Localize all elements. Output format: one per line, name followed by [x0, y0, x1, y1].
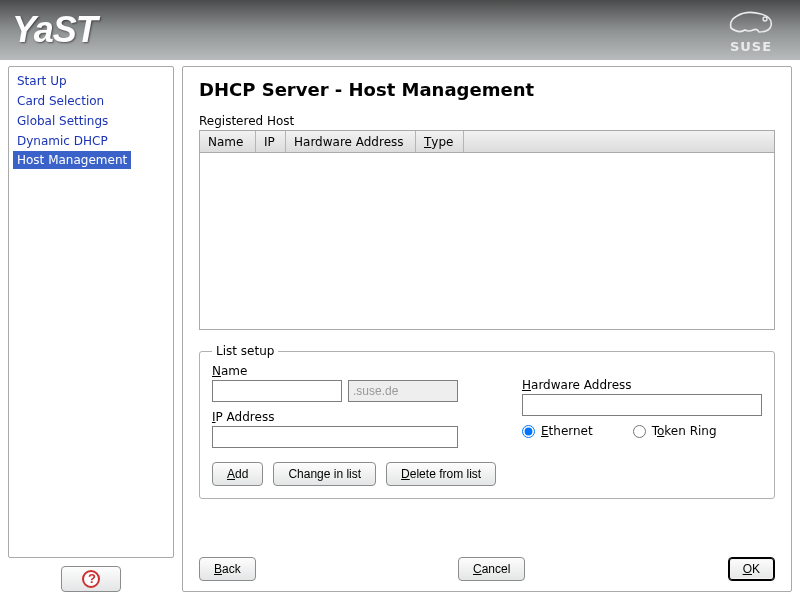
back-button[interactable]: Back	[199, 557, 256, 581]
delete-from-list-button[interactable]: Delete from list	[386, 462, 496, 486]
table-header: Name IP Hardware Address Type	[200, 131, 774, 153]
radio-ethernet[interactable]: Ethernet	[522, 424, 593, 438]
registered-host-label: Registered Host	[199, 114, 775, 128]
sidebar-item-startup[interactable]: Start Up	[9, 71, 173, 91]
radio-token-ring[interactable]: Token Ring	[633, 424, 717, 438]
help-button[interactable]	[61, 566, 121, 592]
list-setup-group: List setup Name IP Address Hardware Addr…	[199, 344, 775, 499]
page-title: DHCP Server - Host Management	[199, 79, 775, 100]
header-banner: YaST SUSE	[0, 0, 800, 60]
help-icon	[82, 570, 100, 588]
name-field[interactable]	[212, 380, 342, 402]
change-in-list-button[interactable]: Change in list	[273, 462, 376, 486]
cancel-button[interactable]: Cancel	[458, 557, 525, 581]
ok-button[interactable]: OK	[728, 557, 775, 581]
svg-point-0	[763, 17, 767, 21]
hardware-address-field[interactable]	[522, 394, 762, 416]
col-spacer	[464, 131, 774, 152]
sidebar-item-host-management[interactable]: Host Management	[13, 151, 131, 169]
yast-logo: YaST	[12, 9, 97, 51]
sidebar-item-global-settings[interactable]: Global Settings	[9, 111, 173, 131]
sidebar-item-card-selection[interactable]: Card Selection	[9, 91, 173, 111]
ip-address-label: IP Address	[212, 410, 492, 424]
name-label: Name	[212, 364, 492, 378]
hardware-address-label: Hardware Address	[522, 378, 762, 392]
registered-host-table[interactable]: Name IP Hardware Address Type	[199, 130, 775, 330]
gecko-icon	[727, 8, 775, 38]
col-ip[interactable]: IP	[256, 131, 286, 152]
col-type[interactable]: Type	[416, 131, 464, 152]
wizard-steps-sidebar: Start Up Card Selection Global Settings …	[8, 66, 174, 558]
domain-suffix-field	[348, 380, 458, 402]
sidebar-item-dynamic-dhcp[interactable]: Dynamic DHCP	[9, 131, 173, 151]
col-name[interactable]: Name	[200, 131, 256, 152]
radio-ethernet-input[interactable]	[522, 425, 535, 438]
wizard-button-row: Back Cancel OK	[199, 549, 775, 581]
add-button[interactable]: Add	[212, 462, 263, 486]
list-setup-legend: List setup	[212, 344, 278, 358]
suse-logo: SUSE	[716, 8, 786, 54]
radio-token-ring-input[interactable]	[633, 425, 646, 438]
ip-address-field[interactable]	[212, 426, 458, 448]
col-hardware-address[interactable]: Hardware Address	[286, 131, 416, 152]
main-panel: DHCP Server - Host Management Registered…	[182, 66, 792, 592]
